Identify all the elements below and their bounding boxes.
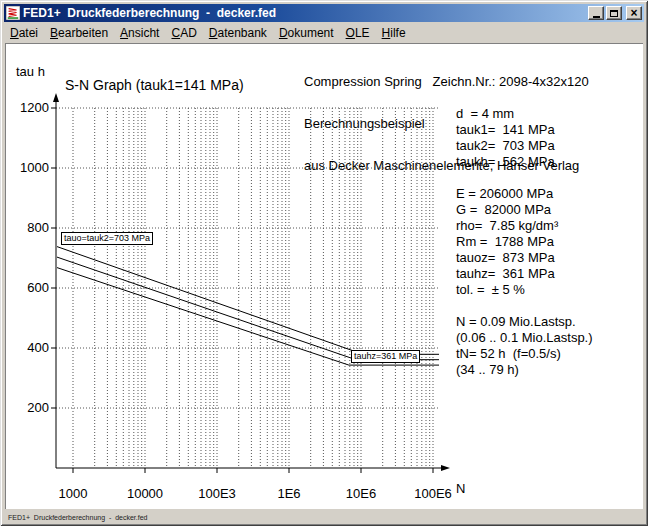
info-line: tauhz= 361 MPa <box>456 266 593 282</box>
window-controls: × <box>586 6 642 20</box>
menu-item-datenbank[interactable]: Datenbank <box>203 24 273 42</box>
info-line: Rm = 1788 MPa <box>456 234 593 250</box>
menu-bar: DateiBearbeitenAnsichtCADDatenbankDokume… <box>4 23 644 42</box>
svg-text:1000: 1000 <box>59 486 88 501</box>
menu-item-ole[interactable]: OLE <box>340 24 376 42</box>
info-line: tauk1= 141 MPa <box>456 122 593 138</box>
menu-item-dokument[interactable]: Dokument <box>273 24 340 42</box>
info-line: d = 4 mm <box>456 106 593 122</box>
svg-text:10000: 10000 <box>127 486 163 501</box>
maximize-icon <box>610 10 618 17</box>
axes: 12001000800600400200100010000100E31E610E… <box>20 93 452 501</box>
grid <box>56 108 439 468</box>
info-line: (34 .. 79 h) <box>456 362 593 378</box>
svg-text:100E6: 100E6 <box>414 486 452 501</box>
curve-annotation: tauhz=361 MPa <box>351 350 420 363</box>
info-panel: d = 4 mmtauk1= 141 MPatauk2= 703 MPatauk… <box>456 106 593 378</box>
app-icon <box>6 6 20 20</box>
info-line: tauk2= 703 MPa <box>456 138 593 154</box>
info-line: tauoz= 873 MPa <box>456 250 593 266</box>
svg-text:100E3: 100E3 <box>198 486 236 501</box>
curve-annotation: tauo=tauk2=703 MPa <box>61 232 153 245</box>
svg-text:1200: 1200 <box>20 100 49 115</box>
menu-item-bearbeiten[interactable]: Bearbeiten <box>44 24 114 42</box>
info-line: tol. = ± 5 % <box>456 282 593 298</box>
svg-text:600: 600 <box>27 280 49 295</box>
info-line: tN= 52 h (f=0.5/s) <box>456 346 593 362</box>
menu-item-cad[interactable]: CAD <box>165 24 202 42</box>
info-line <box>456 170 593 186</box>
svg-text:400: 400 <box>27 340 49 355</box>
svg-text:10E6: 10E6 <box>346 486 376 501</box>
svg-text:800: 800 <box>27 220 49 235</box>
info-line: rho= 7.85 kg/dm³ <box>456 218 593 234</box>
info-line: (0.06 .. 0.1 Mio.Lastsp.) <box>456 330 593 346</box>
client-area: Compression Spring Zeichn.Nr.: 2098-4x32… <box>5 43 643 509</box>
svg-text:200: 200 <box>27 400 49 415</box>
info-line: N = 0.09 Mio.Lastsp. <box>456 314 593 330</box>
info-line: taukh= 562 MPa <box>456 154 593 170</box>
minimize-icon <box>593 16 600 18</box>
menu-item-datei[interactable]: Datei <box>4 24 44 42</box>
title-bar[interactable]: FED1+ Druckfederberechnung - decker.fed … <box>4 4 644 22</box>
menu-item-ansicht[interactable]: Ansicht <box>114 24 165 42</box>
info-line: G = 82000 MPa <box>456 202 593 218</box>
minimize-button[interactable] <box>588 6 604 20</box>
close-icon: × <box>630 8 637 18</box>
status-bar: FED1+ Druckfederberechnung - decker.fed <box>8 514 148 521</box>
info-line <box>456 298 593 314</box>
menu-item-hilfe[interactable]: Hilfe <box>376 24 412 42</box>
svg-text:1000: 1000 <box>20 160 49 175</box>
info-line: E = 206000 MPa <box>456 186 593 202</box>
maximize-button[interactable] <box>606 6 622 20</box>
svg-text:1E6: 1E6 <box>277 486 300 501</box>
series-lines <box>57 247 439 366</box>
app-window: FED1+ Druckfederberechnung - decker.fed … <box>0 0 648 526</box>
window-title: FED1+ Druckfederberechnung - decker.fed <box>23 6 586 20</box>
close-button[interactable]: × <box>626 6 642 20</box>
